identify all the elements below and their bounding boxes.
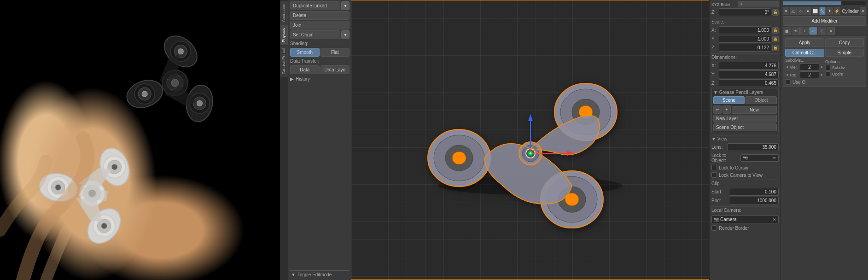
lock-camera-label: Lock Camera to View bbox=[719, 173, 763, 178]
mod-physics-icon[interactable]: ⚡ bbox=[834, 7, 840, 15]
dim-z-value: 0.465 bbox=[719, 79, 779, 87]
render-arrow-right[interactable]: ► bbox=[820, 73, 824, 77]
clip-start-row: Start: 0.100 bbox=[711, 188, 779, 196]
cylinder-object-name: Cylinder bbox=[842, 9, 859, 14]
mod-tab-1[interactable]: ▦ bbox=[783, 27, 791, 35]
vtab-grease-pencil[interactable]: Grease Pencil bbox=[280, 46, 288, 77]
dim-z-label: Z: bbox=[711, 81, 718, 86]
history-dots: ··· bbox=[346, 77, 350, 81]
gp-scene-tab[interactable]: Scene bbox=[713, 96, 745, 104]
modifier-top-bar: ≡ △ ○ ● ⬜ 🔧 ✦ ⚡ Cylinder ✕ bbox=[783, 7, 866, 15]
gp-object-tab[interactable]: Object bbox=[746, 96, 777, 104]
scale-y-lock[interactable]: 🔒 bbox=[772, 36, 779, 42]
image-panel bbox=[0, 0, 280, 280]
subdiv-check-label: Subdiv bbox=[832, 65, 845, 70]
vtab-physics[interactable]: Physics bbox=[280, 25, 288, 45]
render-label: Re: bbox=[790, 73, 799, 77]
use-o-label: Use O bbox=[792, 80, 805, 85]
duplicate-linked-button[interactable]: Duplicate Linked bbox=[290, 1, 340, 10]
catmull-button[interactable]: Catmull-C... bbox=[785, 49, 824, 57]
viewport[interactable] bbox=[351, 0, 709, 280]
render-border-checkbox[interactable] bbox=[711, 225, 717, 231]
gp-add-icon[interactable]: + bbox=[722, 105, 731, 114]
set-origin-arrow[interactable]: ▼ bbox=[341, 30, 350, 39]
data-layo-button[interactable]: Data Layo bbox=[320, 65, 350, 74]
mod-tab-2[interactable]: ⟲ bbox=[792, 27, 800, 35]
progress-bar bbox=[783, 1, 866, 5]
scale-z-lock[interactable]: 🔒 bbox=[772, 45, 779, 51]
lock-obj-pencil[interactable]: ✏ bbox=[773, 156, 776, 160]
mod-tex-icon[interactable]: ⬜ bbox=[812, 7, 818, 15]
gp-new-button[interactable]: New bbox=[732, 106, 777, 114]
view-row: ◄ Vie: 2 ► bbox=[785, 64, 824, 70]
mod-toggle-icon[interactable]: ≡ bbox=[783, 7, 789, 15]
z-rotation-lock[interactable]: 🔒 bbox=[772, 9, 779, 16]
join-button[interactable]: Join bbox=[290, 21, 350, 29]
subdivis-col: Subdivis... ◄ Vie: 2 ► ◄ Re: 2 ► bbox=[785, 58, 824, 78]
lock-to-object-row: Lock to Object: 📷 ✏ bbox=[711, 153, 779, 163]
set-origin-button[interactable]: Set Origin bbox=[290, 30, 340, 39]
render-arrow-left[interactable]: ◄ bbox=[785, 73, 789, 77]
lock-to-object-input[interactable]: 📷 ✏ bbox=[740, 154, 779, 162]
view-arrow-left[interactable]: ◄ bbox=[785, 65, 789, 69]
apply-copy-row: Apply Copy bbox=[785, 38, 864, 47]
delete-button[interactable]: Delete bbox=[290, 11, 350, 20]
toggle-editmode[interactable]: ▼ Toggle Editmode ··· bbox=[290, 270, 350, 279]
shading-label: Shading: bbox=[290, 40, 350, 47]
modifier-panel: ≡ △ ○ ● ⬜ 🔧 ✦ ⚡ Cylinder ✕ Add Modifier … bbox=[781, 0, 868, 280]
clip-start-label: Start: bbox=[711, 189, 728, 194]
mod-mesh-icon[interactable]: △ bbox=[790, 7, 797, 15]
mod-close-icon[interactable]: ✕ bbox=[860, 7, 866, 15]
mod-tab-6[interactable]: ✕ bbox=[827, 27, 835, 35]
set-origin-group: Set Origin ▼ bbox=[290, 30, 350, 39]
toolbar-panel: Animation Physics Grease Pencil Duplicat… bbox=[280, 0, 351, 280]
gp-scene-object[interactable]: Scene Object bbox=[713, 123, 777, 131]
shading-row: Smooth Flat bbox=[290, 48, 350, 57]
apply-button[interactable]: Apply bbox=[785, 38, 824, 47]
mod-mat-icon[interactable]: ● bbox=[804, 7, 811, 15]
lock-camera-checkbox[interactable] bbox=[711, 172, 717, 178]
camera-row: 📷 Camera ✕ bbox=[711, 216, 779, 223]
mod-tab-4[interactable]: ⤢ bbox=[809, 27, 817, 35]
duplicate-linked-group: Duplicate Linked ▼ bbox=[290, 1, 350, 10]
view-arrow-right[interactable]: ► bbox=[820, 65, 824, 69]
vertical-tabs: Animation Physics Grease Pencil bbox=[280, 0, 288, 280]
lock-cursor-checkbox[interactable] bbox=[711, 165, 717, 170]
xyz-euler-label: XYZ Euler bbox=[711, 2, 737, 7]
properties-panel: XYZ Euler ▼ Z: 0° 🔒 Scale: X: 1.000 🔒 Y:… bbox=[709, 0, 781, 280]
vtab-animation[interactable]: Animation bbox=[280, 1, 288, 25]
mod-particles-icon[interactable]: ✦ bbox=[827, 7, 833, 15]
gp-new-layer-button[interactable]: New Layer bbox=[713, 115, 777, 122]
add-modifier-button[interactable]: Add Modifier bbox=[783, 16, 866, 26]
mod-wrench-icon[interactable]: 🔧 bbox=[819, 7, 826, 15]
lens-label: Lens: bbox=[711, 145, 726, 150]
copy-button[interactable]: Copy bbox=[825, 38, 864, 47]
gp-pencil-icon[interactable]: ✏ bbox=[713, 105, 722, 114]
simple-button[interactable]: Simple bbox=[825, 49, 864, 57]
render-border-row: Render Border bbox=[711, 225, 779, 231]
dropdown-icon: ▼ bbox=[740, 2, 743, 6]
duplicate-linked-arrow[interactable]: ▼ bbox=[341, 1, 350, 10]
lock-obj-icon: 📷 bbox=[743, 156, 748, 160]
progress-fill bbox=[783, 1, 841, 5]
mod-tab-5[interactable]: ⊡ bbox=[818, 27, 826, 35]
render-border-label: Render Border bbox=[719, 226, 749, 231]
scale-x-label: X: bbox=[711, 28, 718, 33]
smooth-button[interactable]: Smooth bbox=[290, 48, 320, 57]
data-button[interactable]: Data bbox=[290, 65, 320, 74]
use-o-checkbox[interactable] bbox=[785, 79, 791, 85]
modifier-card: Apply Copy Catmull-C... Simple Subdivis.… bbox=[783, 36, 866, 87]
mod-curve-icon[interactable]: ○ bbox=[798, 7, 804, 15]
history-row[interactable]: ▶ History ··· bbox=[290, 75, 350, 83]
camera-close-btn[interactable]: ✕ bbox=[773, 217, 776, 222]
flat-button[interactable]: Flat bbox=[320, 48, 350, 57]
dim-y-label: Y: bbox=[711, 72, 718, 77]
view-section-header: ▼ View bbox=[711, 135, 779, 142]
gp-tabs: Scene Object bbox=[713, 96, 777, 104]
subdiv-checkbox[interactable] bbox=[825, 65, 831, 70]
mod-tab-3[interactable]: ↕ bbox=[800, 27, 809, 35]
optim-checkbox[interactable] bbox=[825, 71, 831, 77]
lock-cursor-row: Lock to Cursor bbox=[711, 165, 779, 170]
gp-new-row: ✏ + New bbox=[713, 105, 777, 114]
scale-x-lock[interactable]: 🔒 bbox=[772, 27, 779, 34]
